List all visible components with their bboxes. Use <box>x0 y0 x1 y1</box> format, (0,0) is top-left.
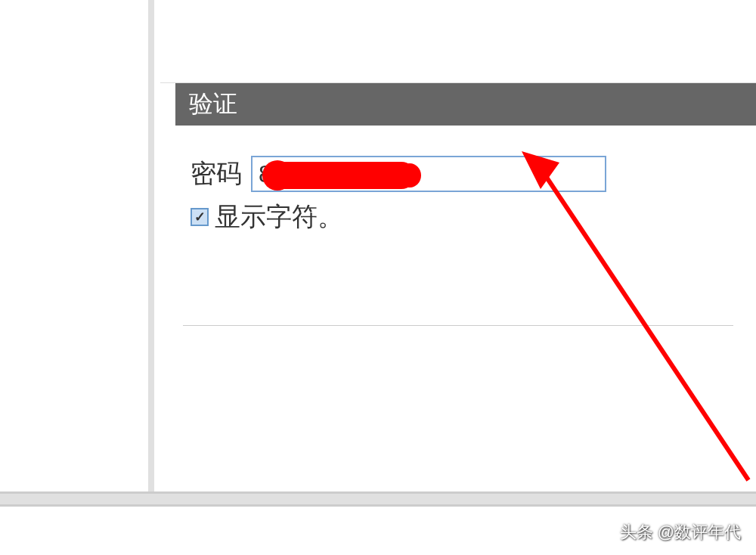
bottom-bar <box>0 491 756 507</box>
section-header-verification: 验证 <box>175 83 756 126</box>
main-area: 验证 密码 8 显示字符。 <box>160 0 756 555</box>
top-space <box>160 0 756 83</box>
password-input[interactable]: 8 <box>251 156 606 192</box>
password-label: 密码 <box>191 157 242 191</box>
divider <box>183 325 733 326</box>
watermark: 头条 @数评年代 <box>620 521 741 544</box>
form-area: 密码 8 显示字符。 <box>160 126 756 250</box>
show-chars-row: 显示字符。 <box>191 200 726 234</box>
show-chars-label: 显示字符。 <box>215 200 343 234</box>
password-row: 密码 8 <box>191 156 726 192</box>
show-chars-checkbox[interactable] <box>191 208 209 226</box>
sidebar <box>0 0 154 491</box>
section-title: 验证 <box>189 90 237 117</box>
redaction-mark <box>271 162 415 189</box>
